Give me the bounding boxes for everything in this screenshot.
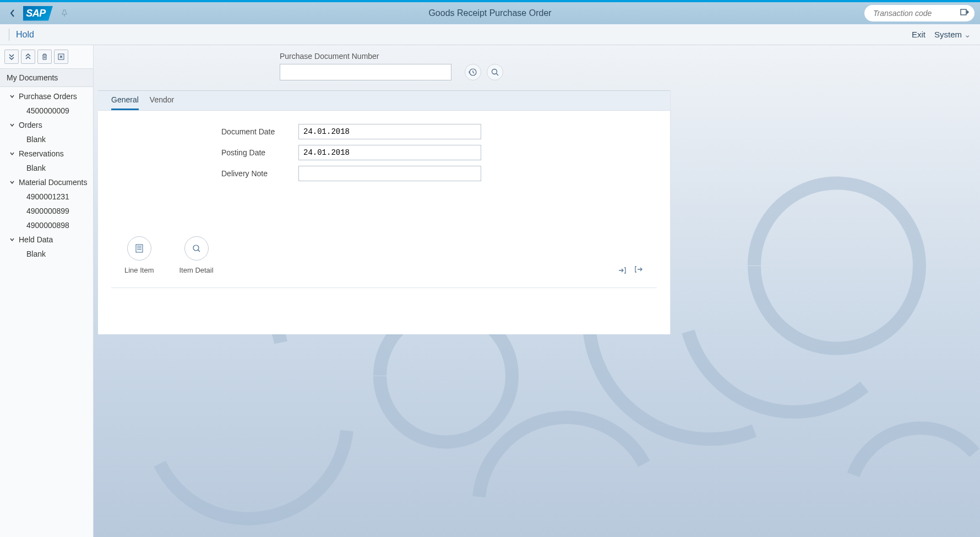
tree-item[interactable]: 4900001231	[9, 189, 89, 204]
chevron-down-icon	[9, 236, 15, 243]
tree-held-data[interactable]: Held Data	[9, 232, 89, 247]
tree-item[interactable]: Blank	[9, 161, 89, 175]
tab-vendor[interactable]: Vendor	[150, 91, 174, 110]
sidebar: My Documents Purchase Orders 4500000009 …	[0, 45, 94, 537]
action-section: Line Item Item Detail	[111, 236, 657, 288]
document-tree: Purchase Orders 4500000009 Orders Blank …	[0, 87, 93, 537]
sap-logo: SAP	[23, 6, 53, 21]
back-button[interactable]	[6, 6, 20, 20]
tree-item[interactable]: 4900000899	[9, 204, 89, 218]
posting-date-label: Posting Date	[111, 148, 298, 157]
my-documents-header: My Documents	[0, 68, 93, 87]
transaction-code-input[interactable]	[873, 9, 956, 18]
posting-date-input[interactable]	[298, 145, 481, 160]
page-title: Goods Receipt Purchase Order	[428, 8, 551, 18]
item-detail-button[interactable]	[184, 236, 209, 261]
doc-number-row: Purchase Document Number	[98, 45, 980, 90]
header-bar: SAP Goods Receipt Purchase Order	[0, 2, 980, 24]
tree-orders[interactable]: Orders	[9, 118, 89, 132]
import-icon[interactable]	[617, 265, 627, 274]
delete-button[interactable]	[37, 50, 52, 64]
system-menu[interactable]: System⌄	[934, 30, 971, 40]
delivery-note-label: Delivery Note	[111, 169, 298, 178]
expand-all-button[interactable]	[4, 50, 19, 64]
form-tabs: General Vendor	[98, 90, 670, 110]
sub-header: Hold Exit System⌄	[0, 24, 980, 45]
line-item-button[interactable]	[127, 236, 151, 261]
divider	[9, 29, 9, 41]
tree-item[interactable]: 4500000009	[9, 104, 89, 118]
svg-rect-0	[961, 9, 966, 15]
tree-item[interactable]: Blank	[9, 247, 89, 261]
item-detail-label: Item Detail	[179, 266, 213, 274]
chevron-down-icon	[9, 150, 15, 157]
export-icon[interactable]	[634, 265, 644, 274]
search-button[interactable]	[487, 64, 503, 80]
main-panel: Purchase Document Number General Vendor …	[98, 45, 980, 537]
svg-rect-4	[136, 245, 143, 252]
doc-number-input[interactable]	[280, 64, 451, 80]
transaction-go-icon[interactable]	[960, 8, 969, 18]
document-date-label: Document Date	[111, 127, 298, 136]
delivery-note-input[interactable]	[298, 166, 481, 181]
content-area: My Documents Purchase Orders 4500000009 …	[0, 45, 980, 537]
form-body: Document Date Posting Date Delivery Note	[98, 110, 670, 334]
close-doc-button[interactable]	[54, 50, 68, 64]
chevron-down-icon: ⌄	[964, 30, 971, 39]
transaction-code-box[interactable]	[864, 5, 974, 21]
form-panel: General Vendor Document Date Posting Dat…	[98, 90, 671, 334]
pin-icon[interactable]	[58, 7, 70, 19]
document-date-input[interactable]	[298, 124, 481, 139]
chevron-down-icon	[9, 122, 15, 128]
tab-general[interactable]: General	[111, 91, 139, 110]
tree-material-documents[interactable]: Material Documents	[9, 175, 89, 189]
line-item-label: Line Item	[124, 266, 154, 274]
tree-reservations[interactable]: Reservations	[9, 147, 89, 161]
tree-item[interactable]: 4900000898	[9, 218, 89, 232]
tree-item[interactable]: Blank	[9, 132, 89, 147]
history-button[interactable]	[465, 64, 481, 80]
chevron-down-icon	[9, 179, 15, 186]
sidebar-toolbar	[0, 45, 93, 68]
svg-point-3	[492, 69, 497, 74]
tree-purchase-orders[interactable]: Purchase Orders	[9, 89, 89, 104]
exit-button[interactable]: Exit	[912, 30, 925, 39]
chevron-down-icon	[9, 93, 15, 100]
hold-button[interactable]: Hold	[16, 30, 34, 40]
doc-number-label: Purchase Document Number	[280, 52, 451, 61]
collapse-all-button[interactable]	[21, 50, 35, 64]
